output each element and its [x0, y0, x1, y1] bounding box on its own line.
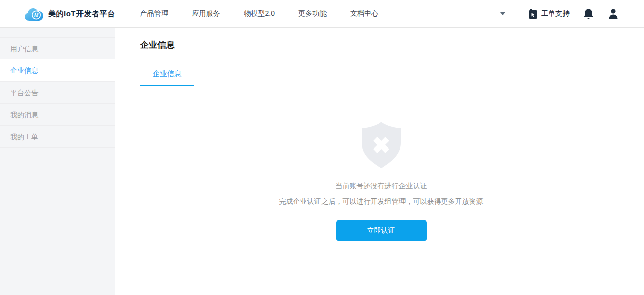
nav-item-app-services[interactable]: 应用服务	[192, 9, 220, 18]
work-order-support-button[interactable]: 工单支持	[528, 9, 570, 19]
brand-name: 美的IoT开发者平台	[48, 9, 115, 19]
user-account-button[interactable]	[608, 8, 619, 20]
work-order-icon	[528, 9, 538, 19]
page-title: 企业信息	[140, 39, 622, 51]
sidebar-item-my-messages[interactable]: 我的消息	[0, 104, 115, 126]
main-content: 企业信息 企业信息 当前账号还没有进行企业认证 完成企业认证之后，可以进行开发组…	[115, 28, 644, 295]
nav-item-thing-model[interactable]: 物模型2.0	[244, 9, 275, 18]
empty-state-description: 完成企业认证之后，可以进行开发组管理，可以获得更多开放资源	[140, 197, 622, 206]
top-navbar: M 美的IoT开发者平台 产品管理 应用服务 物模型2.0 更多功能 文档中心 …	[0, 0, 644, 28]
bell-icon	[583, 8, 594, 20]
navbar-right-group: 工单支持	[500, 8, 619, 20]
main-nav: 产品管理 应用服务 物模型2.0 更多功能 文档中心	[140, 9, 402, 18]
sidebar-item-user-info[interactable]: 用户信息	[0, 37, 115, 59]
nav-item-doc-center[interactable]: 文档中心	[350, 9, 378, 18]
work-order-label: 工单支持	[541, 9, 570, 18]
enterprise-cert-empty-state: 当前账号还没有进行企业认证 完成企业认证之后，可以进行开发组管理，可以获得更多开…	[140, 122, 622, 241]
svg-text:M: M	[34, 12, 39, 18]
dropdown-caret-icon[interactable]	[500, 12, 505, 15]
tab-bar: 企业信息	[140, 69, 622, 86]
brand-logo[interactable]: M 美的IoT开发者平台	[24, 7, 115, 21]
nav-item-product-management[interactable]: 产品管理	[140, 9, 169, 18]
cloud-logo-icon: M	[24, 7, 44, 21]
empty-state-message: 当前账号还没有进行企业认证	[140, 182, 622, 191]
sidebar-item-platform-announcements[interactable]: 平台公告	[0, 82, 115, 104]
shield-x-icon	[362, 122, 401, 168]
sidebar: 用户信息 企业信息 平台公告 我的消息 我的工单	[0, 28, 115, 295]
certify-now-button[interactable]: 立即认证	[336, 220, 427, 241]
sidebar-item-my-work-orders[interactable]: 我的工单	[0, 126, 115, 148]
tab-enterprise-info[interactable]: 企业信息	[140, 69, 194, 86]
user-icon	[608, 8, 619, 20]
nav-item-more-features[interactable]: 更多功能	[298, 9, 327, 18]
sidebar-item-enterprise-info[interactable]: 企业信息	[0, 59, 115, 82]
notifications-button[interactable]	[583, 8, 594, 20]
